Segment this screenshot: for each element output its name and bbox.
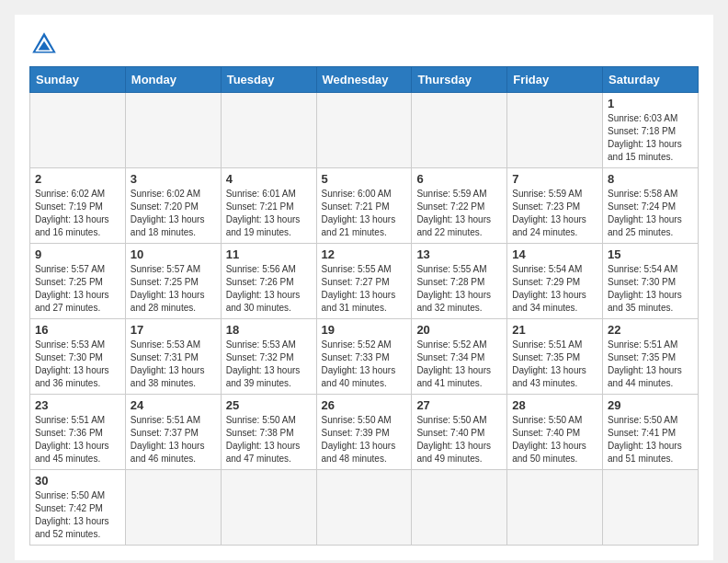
- calendar-week-1: 1Sunrise: 6:03 AM Sunset: 7:18 PM Daylig…: [30, 93, 699, 168]
- calendar-cell: 9Sunrise: 5:57 AM Sunset: 7:25 PM Daylig…: [30, 244, 126, 319]
- calendar-cell: 1Sunrise: 6:03 AM Sunset: 7:18 PM Daylig…: [603, 93, 699, 168]
- day-info: Sunrise: 5:59 AM Sunset: 7:22 PM Dayligh…: [416, 188, 502, 239]
- day-number: 23: [35, 398, 120, 412]
- logo-icon: [29, 29, 59, 59]
- calendar-week-5: 23Sunrise: 5:51 AM Sunset: 7:36 PM Dayli…: [30, 395, 699, 470]
- day-info: Sunrise: 5:52 AM Sunset: 7:34 PM Dayligh…: [416, 339, 502, 390]
- day-number: 26: [322, 398, 407, 412]
- day-number: 22: [608, 323, 693, 337]
- day-number: 19: [322, 323, 407, 337]
- calendar-week-6: 30Sunrise: 5:50 AM Sunset: 7:42 PM Dayli…: [30, 470, 699, 546]
- day-info: Sunrise: 6:02 AM Sunset: 7:19 PM Dayligh…: [35, 188, 120, 239]
- calendar-week-3: 9Sunrise: 5:57 AM Sunset: 7:25 PM Daylig…: [30, 244, 699, 319]
- day-number: 10: [131, 247, 216, 261]
- day-number: 5: [322, 172, 407, 186]
- day-info: Sunrise: 6:02 AM Sunset: 7:20 PM Dayligh…: [131, 188, 216, 239]
- calendar-cell: 21Sunrise: 5:51 AM Sunset: 7:35 PM Dayli…: [507, 319, 603, 395]
- day-number: 2: [35, 172, 120, 186]
- day-info: Sunrise: 5:55 AM Sunset: 7:27 PM Dayligh…: [322, 263, 407, 315]
- calendar-cell: 15Sunrise: 5:54 AM Sunset: 7:30 PM Dayli…: [603, 244, 699, 319]
- day-info: Sunrise: 5:51 AM Sunset: 7:36 PM Dayligh…: [35, 414, 120, 465]
- calendar-cell: [507, 470, 603, 546]
- calendar-cell: 10Sunrise: 5:57 AM Sunset: 7:25 PM Dayli…: [125, 244, 221, 319]
- day-info: Sunrise: 5:54 AM Sunset: 7:29 PM Dayligh…: [512, 263, 597, 315]
- weekday-header-tuesday: Tuesday: [221, 67, 316, 93]
- calendar-cell: 14Sunrise: 5:54 AM Sunset: 7:29 PM Dayli…: [507, 244, 603, 319]
- day-info: Sunrise: 5:50 AM Sunset: 7:42 PM Dayligh…: [35, 489, 120, 541]
- day-info: Sunrise: 5:59 AM Sunset: 7:23 PM Dayligh…: [512, 188, 597, 239]
- calendar-cell: [125, 93, 221, 168]
- day-info: Sunrise: 6:03 AM Sunset: 7:18 PM Dayligh…: [608, 112, 693, 164]
- day-number: 30: [35, 474, 120, 488]
- day-number: 18: [226, 323, 312, 337]
- weekday-header-saturday: Saturday: [603, 67, 699, 93]
- day-info: Sunrise: 5:53 AM Sunset: 7:32 PM Dayligh…: [226, 339, 312, 390]
- day-info: Sunrise: 5:56 AM Sunset: 7:26 PM Dayligh…: [226, 263, 312, 315]
- calendar-cell: 13Sunrise: 5:55 AM Sunset: 7:28 PM Dayli…: [412, 244, 507, 319]
- calendar-cell: 20Sunrise: 5:52 AM Sunset: 7:34 PM Dayli…: [412, 319, 507, 395]
- day-number: 7: [512, 172, 597, 186]
- day-info: Sunrise: 5:52 AM Sunset: 7:33 PM Dayligh…: [322, 339, 407, 390]
- day-number: 21: [512, 323, 597, 337]
- day-info: Sunrise: 5:51 AM Sunset: 7:35 PM Dayligh…: [512, 339, 597, 390]
- calendar-cell: 27Sunrise: 5:50 AM Sunset: 7:40 PM Dayli…: [412, 395, 507, 470]
- day-number: 17: [131, 323, 216, 337]
- calendar-cell: 17Sunrise: 5:53 AM Sunset: 7:31 PM Dayli…: [125, 319, 221, 395]
- day-info: Sunrise: 6:01 AM Sunset: 7:21 PM Dayligh…: [226, 188, 312, 239]
- day-info: Sunrise: 5:50 AM Sunset: 7:41 PM Dayligh…: [608, 414, 693, 465]
- calendar-week-4: 16Sunrise: 5:53 AM Sunset: 7:30 PM Dayli…: [30, 319, 699, 395]
- weekday-header-thursday: Thursday: [412, 67, 507, 93]
- day-number: 15: [608, 247, 693, 261]
- page-header: [29, 29, 699, 59]
- day-number: 11: [226, 247, 312, 261]
- calendar-cell: [30, 93, 126, 168]
- calendar-page: SundayMondayTuesdayWednesdayThursdayFrid…: [15, 15, 713, 560]
- day-number: 8: [608, 172, 693, 186]
- day-info: Sunrise: 5:57 AM Sunset: 7:25 PM Dayligh…: [131, 263, 216, 315]
- day-number: 14: [512, 247, 597, 261]
- calendar-week-2: 2Sunrise: 6:02 AM Sunset: 7:19 PM Daylig…: [30, 168, 699, 244]
- day-info: Sunrise: 5:53 AM Sunset: 7:30 PM Dayligh…: [35, 339, 120, 390]
- calendar-cell: 18Sunrise: 5:53 AM Sunset: 7:32 PM Dayli…: [221, 319, 316, 395]
- calendar-cell: 12Sunrise: 5:55 AM Sunset: 7:27 PM Dayli…: [316, 244, 412, 319]
- calendar-cell: 26Sunrise: 5:50 AM Sunset: 7:39 PM Dayli…: [316, 395, 412, 470]
- day-number: 4: [226, 172, 312, 186]
- logo: [29, 29, 63, 59]
- day-info: Sunrise: 5:50 AM Sunset: 7:40 PM Dayligh…: [512, 414, 597, 465]
- calendar-cell: 22Sunrise: 5:51 AM Sunset: 7:35 PM Dayli…: [603, 319, 699, 395]
- weekday-header-monday: Monday: [125, 67, 221, 93]
- calendar-cell: [316, 470, 412, 546]
- day-info: Sunrise: 5:54 AM Sunset: 7:30 PM Dayligh…: [608, 263, 693, 315]
- weekday-header-row: SundayMondayTuesdayWednesdayThursdayFrid…: [30, 67, 699, 93]
- calendar-cell: 25Sunrise: 5:50 AM Sunset: 7:38 PM Dayli…: [221, 395, 316, 470]
- day-info: Sunrise: 5:51 AM Sunset: 7:37 PM Dayligh…: [131, 414, 216, 465]
- calendar-cell: [507, 93, 603, 168]
- day-number: 27: [416, 398, 502, 412]
- day-number: 16: [35, 323, 120, 337]
- day-number: 12: [322, 247, 407, 261]
- weekday-header-sunday: Sunday: [30, 67, 126, 93]
- calendar-cell: 28Sunrise: 5:50 AM Sunset: 7:40 PM Dayli…: [507, 395, 603, 470]
- day-info: Sunrise: 5:53 AM Sunset: 7:31 PM Dayligh…: [131, 339, 216, 390]
- calendar-cell: 5Sunrise: 6:00 AM Sunset: 7:21 PM Daylig…: [316, 168, 412, 244]
- day-info: Sunrise: 5:51 AM Sunset: 7:35 PM Dayligh…: [608, 339, 693, 390]
- calendar-cell: 7Sunrise: 5:59 AM Sunset: 7:23 PM Daylig…: [507, 168, 603, 244]
- weekday-header-friday: Friday: [507, 67, 603, 93]
- calendar-cell: 19Sunrise: 5:52 AM Sunset: 7:33 PM Dayli…: [316, 319, 412, 395]
- calendar-cell: 2Sunrise: 6:02 AM Sunset: 7:19 PM Daylig…: [30, 168, 126, 244]
- day-info: Sunrise: 5:50 AM Sunset: 7:38 PM Dayligh…: [226, 414, 312, 465]
- calendar-cell: 29Sunrise: 5:50 AM Sunset: 7:41 PM Dayli…: [603, 395, 699, 470]
- day-number: 28: [512, 398, 597, 412]
- day-info: Sunrise: 5:57 AM Sunset: 7:25 PM Dayligh…: [35, 263, 120, 315]
- calendar-table: SundayMondayTuesdayWednesdayThursdayFrid…: [29, 66, 699, 546]
- calendar-cell: 11Sunrise: 5:56 AM Sunset: 7:26 PM Dayli…: [221, 244, 316, 319]
- calendar-cell: 24Sunrise: 5:51 AM Sunset: 7:37 PM Dayli…: [125, 395, 221, 470]
- calendar-cell: 8Sunrise: 5:58 AM Sunset: 7:24 PM Daylig…: [603, 168, 699, 244]
- calendar-cell: 16Sunrise: 5:53 AM Sunset: 7:30 PM Dayli…: [30, 319, 126, 395]
- day-number: 25: [226, 398, 312, 412]
- calendar-cell: 3Sunrise: 6:02 AM Sunset: 7:20 PM Daylig…: [125, 168, 221, 244]
- day-number: 9: [35, 247, 120, 261]
- weekday-header-wednesday: Wednesday: [316, 67, 412, 93]
- calendar-cell: 30Sunrise: 5:50 AM Sunset: 7:42 PM Dayli…: [30, 470, 126, 546]
- calendar-cell: [412, 93, 507, 168]
